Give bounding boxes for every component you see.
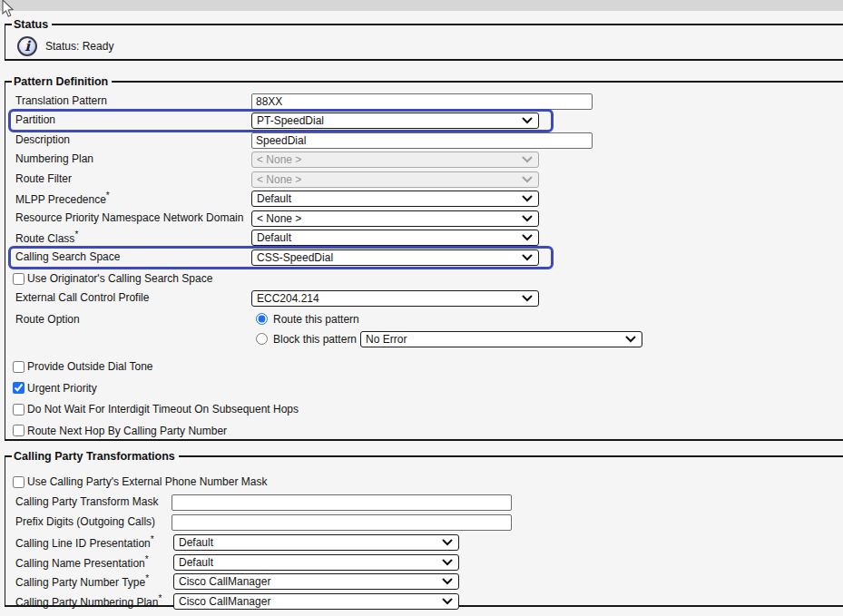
do-not-wait-row: Do Not Wait For Interdigit Timeout On Su… (11, 399, 843, 420)
route-filter-label: Route Filter (11, 173, 251, 185)
pattern-definition-legend: Pattern Definition (12, 75, 112, 88)
party-numbering-plan-select-value: Cisco CallManager (179, 595, 270, 608)
status-section-legend: Status (12, 18, 52, 31)
line-id-presentation-label: Calling Line ID Presentation* (11, 534, 172, 550)
line-id-presentation-row: Calling Line ID Presentation* Default (11, 533, 843, 552)
top-strip (0, 0, 843, 11)
translation-pattern-config-page: Status i Status: Ready Pattern Definitio… (0, 0, 843, 616)
provide-outside-dial-tone-checkbox[interactable] (13, 361, 25, 373)
route-this-pattern-radio[interactable] (256, 313, 268, 325)
chevron-down-icon (442, 578, 453, 585)
chevron-down-icon (522, 156, 533, 163)
chevron-down-icon (522, 295, 533, 302)
calling-search-space-select-value: CSS-SpeedDial (257, 251, 333, 264)
partition-row: Partition PT-SpeedDial (11, 112, 843, 131)
do-not-wait-checkbox[interactable] (13, 404, 25, 416)
chevron-down-icon (442, 559, 453, 566)
description-row: Description (11, 131, 843, 150)
route-class-row: Route Class* Default (11, 229, 843, 248)
route-option-block: Route Option Route this pattern Block th… (11, 309, 843, 349)
party-number-type-select-value: Cisco CallManager (179, 575, 270, 588)
chevron-down-icon (522, 215, 533, 222)
resource-priority-select[interactable]: < None > (251, 210, 539, 227)
line-id-presentation-select-value: Default (179, 536, 213, 549)
translation-pattern-input[interactable] (251, 93, 593, 110)
block-this-pattern-row: Block this pattern No Error (251, 329, 843, 349)
urgent-priority-row: Urgent Priority (11, 377, 843, 398)
external-call-control-profile-label: External Call Control Profile (11, 292, 251, 304)
use-originators-css-row: Use Originator's Calling Search Space (11, 269, 843, 288)
prefix-digits-input[interactable] (172, 514, 512, 531)
route-filter-select-value: < None > (257, 173, 301, 186)
route-this-pattern-label: Route this pattern (273, 313, 359, 326)
external-call-control-profile-row: External Call Control Profile ECC204.214 (11, 289, 843, 308)
transform-mask-input[interactable] (172, 494, 512, 511)
mlpp-precedence-row: MLPP Precedence* Default (11, 190, 843, 209)
chevron-down-icon (522, 176, 533, 183)
route-next-hop-checkbox[interactable] (13, 425, 25, 436)
route-class-select[interactable]: Default (251, 230, 539, 246)
chevron-down-icon (442, 539, 453, 546)
name-presentation-label: Calling Name Presentation* (11, 554, 172, 570)
chevron-down-icon (522, 117, 533, 124)
party-numbering-plan-select[interactable]: Cisco CallManager (173, 593, 459, 610)
block-this-pattern-radio[interactable] (256, 333, 268, 345)
line-id-presentation-select[interactable]: Default (173, 534, 459, 551)
partition-label: Partition (11, 114, 251, 126)
party-number-type-row: Calling Party Number Type* Cisco CallMan… (11, 572, 843, 592)
calling-search-space-select[interactable]: CSS-SpeedDial (251, 249, 539, 266)
chevron-down-icon (625, 336, 636, 343)
provide-outside-dial-tone-row: Provide Outside Dial Tone (11, 357, 843, 377)
numbering-plan-row: Numbering Plan < None > (11, 151, 843, 170)
name-presentation-row: Calling Name Presentation* Default (11, 552, 843, 572)
prefix-digits-label: Prefix Digits (Outgoing Calls) (11, 516, 172, 528)
party-number-type-label: Calling Party Number Type* (11, 573, 172, 589)
provide-outside-dial-tone-label: Provide Outside Dial Tone (27, 360, 153, 373)
pattern-definition-section: Pattern Definition Translation Pattern P… (5, 75, 843, 441)
translation-pattern-row: Translation Pattern (11, 92, 843, 111)
party-number-type-select[interactable]: Cisco CallManager (173, 573, 459, 590)
numbering-plan-label: Numbering Plan (11, 153, 251, 165)
mlpp-precedence-select-value: Default (257, 192, 291, 205)
urgent-priority-label: Urgent Priority (27, 382, 97, 395)
external-call-control-profile-select[interactable]: ECC204.214 (251, 290, 539, 307)
chevron-down-icon (442, 598, 453, 605)
translation-pattern-label: Translation Pattern (11, 95, 251, 107)
description-input[interactable] (251, 132, 593, 149)
external-call-control-profile-select-value: ECC204.214 (257, 292, 319, 305)
route-filter-select: < None > (251, 171, 539, 188)
route-filter-row: Route Filter < None > (11, 170, 843, 189)
chevron-down-icon (522, 254, 533, 261)
use-originators-css-checkbox[interactable] (13, 273, 25, 285)
status-row: i Status: Ready (11, 34, 843, 56)
use-originators-css-label: Use Originator's Calling Search Space (27, 272, 212, 285)
route-option-label: Route Option (11, 309, 251, 349)
partition-select[interactable]: PT-SpeedDial (251, 112, 539, 129)
name-presentation-select-value: Default (179, 556, 213, 569)
numbering-plan-select: < None > (251, 152, 539, 168)
mlpp-precedence-select[interactable]: Default (251, 191, 539, 207)
route-this-pattern-row: Route this pattern (251, 309, 843, 329)
status-section: Status i Status: Ready (5, 18, 843, 61)
mlpp-precedence-label: MLPP Precedence* (11, 191, 251, 206)
calling-search-space-label: Calling Search Space (11, 251, 251, 263)
status-text: Status: Ready (45, 40, 113, 53)
description-label: Description (11, 134, 251, 146)
party-numbering-plan-label: Calling Party Numbering Plan* (11, 593, 172, 609)
resource-priority-row: Resource Priority Namespace Network Doma… (11, 209, 843, 228)
use-external-mask-row: Use Calling Party's External Phone Numbe… (11, 472, 843, 492)
use-external-mask-checkbox[interactable] (13, 476, 25, 488)
numbering-plan-select-value: < None > (257, 153, 301, 166)
chevron-down-icon (522, 195, 533, 202)
calling-party-transformations-legend: Calling Party Transformations (12, 450, 179, 463)
party-numbering-plan-row: Calling Party Numbering Plan* Cisco Call… (11, 592, 843, 611)
prefix-digits-row: Prefix Digits (Outgoing Calls) (11, 513, 843, 533)
info-icon: i (17, 36, 37, 56)
route-class-label: Route Class* (11, 230, 251, 245)
block-error-select[interactable]: No Error (360, 331, 642, 347)
use-external-mask-label: Use Calling Party's External Phone Numbe… (27, 475, 267, 488)
urgent-priority-checkbox[interactable] (13, 382, 25, 394)
resource-priority-select-value: < None > (257, 212, 301, 225)
block-this-pattern-label: Block this pattern (273, 333, 357, 346)
name-presentation-select[interactable]: Default (173, 554, 459, 571)
